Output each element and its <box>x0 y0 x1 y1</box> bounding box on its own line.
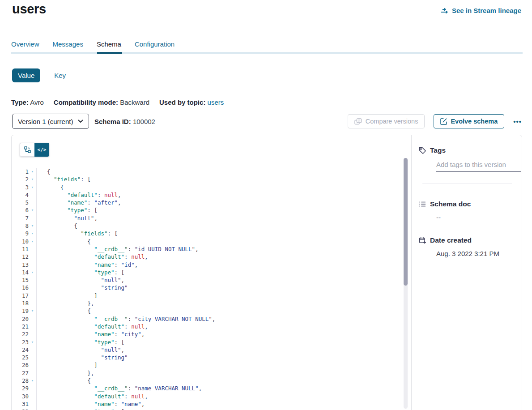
code-lines: 1▾{2▾ "fields": [3▾ {4 "default": null,5… <box>12 168 405 410</box>
tab-messages[interactable]: Messages <box>53 40 83 48</box>
code-line: 12 "default": null, <box>12 253 405 261</box>
line-number: 11 <box>12 245 29 253</box>
chevron-down-icon <box>78 120 83 123</box>
line-number: 24 <box>12 346 29 354</box>
schema-meta-row: Type: Avro Compatibility mode: Backward … <box>11 98 224 106</box>
fold-spacer <box>29 361 37 369</box>
schema-doc-section: Schema doc -- <box>419 200 515 221</box>
code-text: "name": "id", <box>37 261 138 269</box>
line-number: 4 <box>12 191 29 199</box>
fold-arrow-icon[interactable]: ▾ <box>29 168 37 175</box>
code-line: 25 "string" <box>12 354 405 361</box>
code-line: 3▾ { <box>12 184 405 191</box>
line-number: 27 <box>12 369 29 377</box>
topic-link[interactable]: users <box>208 98 224 106</box>
fold-arrow-icon[interactable]: ▾ <box>29 184 37 191</box>
fold-arrow-icon[interactable]: ▾ <box>29 230 37 237</box>
fold-spacer <box>29 261 37 269</box>
fold-arrow-icon[interactable]: ▾ <box>29 377 37 384</box>
line-number: 30 <box>12 393 29 400</box>
editor-scrollbar[interactable] <box>404 158 408 409</box>
value-toggle-button[interactable]: Value <box>12 68 40 82</box>
code-text: "__crdb__": "city VARCHAR NOT NULL", <box>37 315 215 323</box>
fold-arrow-icon[interactable]: ▾ <box>29 206 37 214</box>
code-line: 10▾ { <box>12 238 405 245</box>
line-number: 31 <box>12 400 29 408</box>
tab-underline-track <box>11 52 523 54</box>
fold-arrow-icon[interactable]: ▾ <box>29 238 37 245</box>
sidebar-divider <box>422 184 512 184</box>
code-line: 21 "default": null, <box>12 323 405 330</box>
fold-arrow-icon[interactable]: ▾ <box>29 222 37 230</box>
line-number: 2 <box>12 175 29 183</box>
compare-versions-button[interactable]: Compare versions <box>348 114 425 128</box>
code-line: 8▾ { <box>12 222 405 230</box>
value-key-toggle: Value Key <box>12 68 68 82</box>
tab-configuration[interactable]: Configuration <box>135 40 174 48</box>
code-line: 5 "name": "after", <box>12 199 405 206</box>
schema-id-value: 100002 <box>133 118 155 125</box>
code-line: 6▾ "type": [ <box>12 206 405 214</box>
tree-view-toggle[interactable] <box>20 143 34 157</box>
code-line: 22 "name": "city", <box>12 330 405 338</box>
date-created-section: Date created Aug. 3 2022 3:21 PM <box>419 236 515 257</box>
fold-spacer <box>29 400 37 408</box>
line-number: 25 <box>12 354 29 361</box>
version-select-value: Version 1 (current) <box>18 118 73 125</box>
date-created-heading: Date created <box>430 236 472 244</box>
fold-arrow-icon[interactable]: ▾ <box>29 175 37 183</box>
code-text: "null", <box>37 214 98 222</box>
code-line: 24 "null", <box>12 346 405 354</box>
fold-arrow-icon[interactable]: ▾ <box>29 269 37 276</box>
code-text: "fields": [ <box>37 175 91 183</box>
type-value: Avro <box>30 98 44 106</box>
code-text: { <box>37 238 91 245</box>
fold-spacer <box>29 323 37 330</box>
schema-doc-heading: Schema doc <box>430 200 471 208</box>
fold-spacer <box>29 354 37 361</box>
code-line: 1▾{ <box>12 168 405 175</box>
list-icon <box>419 201 426 208</box>
compatibility-value: Backward <box>120 98 149 106</box>
code-line: 13 "name": "id", <box>12 261 405 269</box>
fold-arrow-icon[interactable]: ▾ <box>29 408 37 410</box>
fold-spacer <box>29 245 37 253</box>
key-toggle-button[interactable]: Key <box>51 71 68 80</box>
line-number: 20 <box>12 315 29 323</box>
code-text: "default": null, <box>37 191 121 199</box>
tab-schema[interactable]: Schema <box>97 40 121 48</box>
page-title: users <box>12 2 46 17</box>
fold-arrow-icon[interactable]: ▾ <box>29 338 37 346</box>
code-view-toggle[interactable]: </> <box>34 143 49 157</box>
tab-overview[interactable]: Overview <box>11 40 39 48</box>
code-view-icon: </> <box>38 147 47 153</box>
editor-view-toggle: </> <box>20 143 49 157</box>
code-line: 16 "string" <box>12 284 405 291</box>
editor-scrollbar-thumb[interactable] <box>404 158 408 286</box>
line-number: 17 <box>12 292 29 299</box>
add-tags-input[interactable] <box>436 161 521 172</box>
code-line: 18 }, <box>12 299 405 307</box>
code-line: 29 "__crdb__": "name VARCHAR NULL", <box>12 384 405 392</box>
line-number: 10 <box>12 238 29 245</box>
line-number: 5 <box>12 199 29 206</box>
code-text: "default": null, <box>37 323 148 330</box>
line-number: 28 <box>12 377 29 384</box>
code-line: 30 "default": null, <box>12 393 405 400</box>
used-by-topic-field: Used by topic: users <box>159 98 224 106</box>
evolve-schema-button[interactable]: Evolve schema <box>434 114 504 128</box>
code-line: 20 "__crdb__": "city VARCHAR NOT NULL", <box>12 315 405 323</box>
fold-arrow-icon[interactable]: ▾ <box>29 307 37 315</box>
fold-spacer <box>29 384 37 392</box>
version-select[interactable]: Version 1 (current) <box>12 114 89 129</box>
schema-code-editor[interactable]: </> 1▾{2▾ "fields": [3▾ {4 "default": nu… <box>12 135 412 410</box>
code-text: "type": [ <box>37 269 124 276</box>
fold-spacer <box>29 299 37 307</box>
schema-doc-value: -- <box>436 214 515 221</box>
used-by-topic-label: Used by topic: <box>159 98 205 106</box>
more-options-button[interactable]: ••• <box>511 117 524 126</box>
code-text: { <box>37 307 91 315</box>
fold-spacer <box>29 199 37 206</box>
line-number: 13 <box>12 261 29 269</box>
see-in-stream-lineage-link[interactable]: See in Stream lineage <box>441 7 521 14</box>
